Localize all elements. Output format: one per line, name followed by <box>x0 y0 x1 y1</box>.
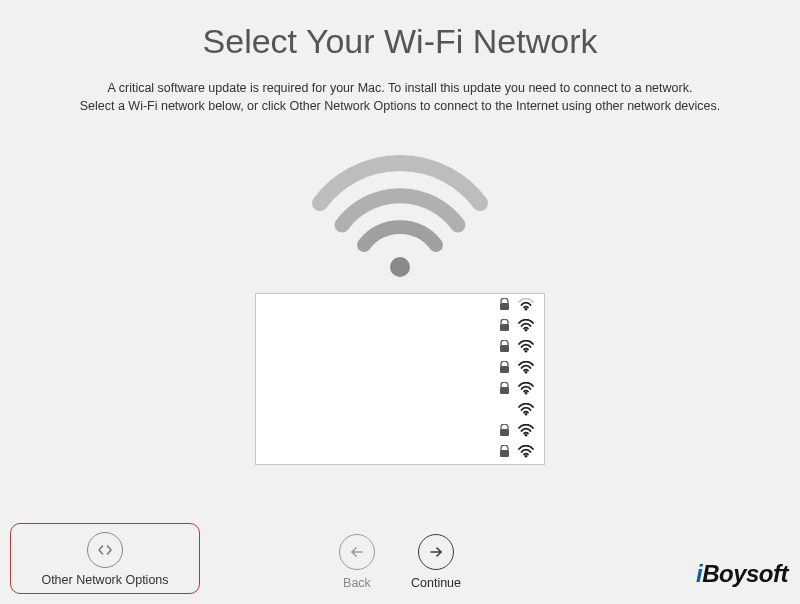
svg-point-10 <box>525 392 528 395</box>
lock-icon <box>499 361 510 374</box>
svg-rect-3 <box>500 324 509 331</box>
other-network-label: Other Network Options <box>41 573 168 587</box>
wifi-signal-icon <box>518 361 534 374</box>
bottom-bar: Other Network Options Back <box>0 514 800 604</box>
svg-point-13 <box>525 434 528 437</box>
network-list[interactable] <box>255 293 545 465</box>
wifi-hero-icon <box>300 143 500 283</box>
network-row[interactable] <box>256 336 544 357</box>
wifi-signal-icon <box>518 319 534 332</box>
svg-point-8 <box>525 371 528 374</box>
network-row[interactable] <box>256 378 544 399</box>
wifi-signal-icon <box>518 340 534 353</box>
svg-rect-9 <box>500 387 509 394</box>
svg-point-2 <box>525 308 528 311</box>
svg-rect-5 <box>500 345 509 352</box>
lock-icon <box>499 424 510 437</box>
back-label: Back <box>343 576 371 590</box>
other-network-options-button[interactable]: Other Network Options <box>10 523 200 594</box>
lock-icon <box>499 319 510 332</box>
lock-icon <box>499 382 510 395</box>
page-subtitle: A critical software update is required f… <box>0 79 800 115</box>
watermark-logo: iBoysoft <box>696 560 788 588</box>
other-network-icon <box>87 532 123 568</box>
subtitle-line-2: Select a Wi-Fi network below, or click O… <box>80 99 721 113</box>
subtitle-line-1: A critical software update is required f… <box>108 81 693 95</box>
network-row[interactable] <box>256 315 544 336</box>
svg-point-0 <box>390 257 410 277</box>
lock-icon <box>499 340 510 353</box>
continue-button[interactable]: Continue <box>411 534 461 590</box>
lock-icon <box>499 445 510 458</box>
page-title: Select Your Wi-Fi Network <box>0 22 800 61</box>
svg-point-15 <box>525 455 528 458</box>
svg-point-4 <box>525 329 528 332</box>
svg-rect-12 <box>500 429 509 436</box>
network-row[interactable] <box>256 420 544 441</box>
continue-label: Continue <box>411 576 461 590</box>
wifi-signal-icon <box>518 298 534 311</box>
network-row[interactable] <box>256 441 544 462</box>
svg-point-6 <box>525 350 528 353</box>
wifi-signal-icon <box>518 445 534 458</box>
back-button[interactable]: Back <box>339 534 375 590</box>
wifi-signal-icon <box>518 424 534 437</box>
arrow-right-icon <box>418 534 454 570</box>
svg-point-11 <box>525 413 528 416</box>
lock-icon <box>499 298 510 311</box>
network-row[interactable] <box>256 399 544 420</box>
wifi-signal-icon <box>518 382 534 395</box>
svg-rect-7 <box>500 366 509 373</box>
network-row[interactable] <box>256 357 544 378</box>
svg-rect-14 <box>500 450 509 457</box>
network-row[interactable] <box>256 294 544 315</box>
svg-rect-1 <box>500 303 509 310</box>
arrow-left-icon <box>339 534 375 570</box>
wifi-signal-icon <box>518 403 534 416</box>
